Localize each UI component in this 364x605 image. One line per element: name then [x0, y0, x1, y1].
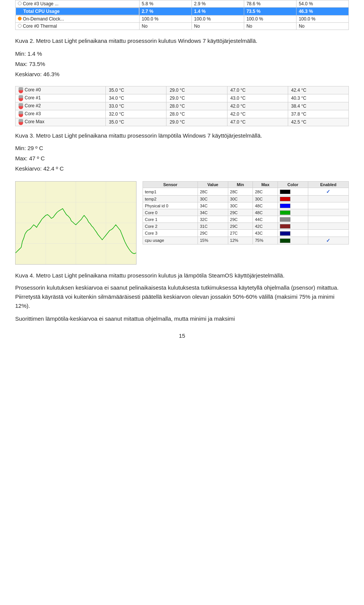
temp-table-row: Core #0 35.0 °C 29.0 °C 47.0 °C 42.4 °C	[16, 86, 349, 94]
sensor-name: Core 0	[143, 209, 198, 216]
sensor-enabled-cell	[308, 202, 348, 209]
sensor-color-cell	[278, 202, 308, 209]
sensor-color-cell	[278, 230, 308, 237]
table-row: Core #0 Thermal No No No No	[16, 23, 349, 30]
col-enabled: Enabled	[308, 182, 348, 188]
temp-v1: 33.0 °C	[106, 102, 166, 110]
cpu-chart	[15, 181, 136, 265]
sensor-table-header: Sensor Value Min Max Color Enabled	[143, 182, 349, 188]
caption-3: Kuva 3. Metro Last Light pelinaikana mit…	[15, 132, 349, 140]
sensor-value: 31C	[198, 223, 228, 230]
sensor-name: Physical id 0	[143, 202, 198, 209]
cell-v3: No	[244, 23, 296, 30]
cell-v4: 54.0 %	[296, 0, 348, 8]
color-swatch	[280, 190, 290, 194]
stat-max-3: Max: 47 º C	[15, 153, 349, 163]
temp-v3: 43.0 °C	[227, 94, 288, 102]
sensor-table-row: Core 0 34C 29C 48C	[143, 209, 349, 216]
color-swatch	[280, 231, 290, 236]
sensor-enabled-cell	[308, 223, 348, 230]
cell-v1: 2.7 %	[139, 8, 191, 16]
color-swatch	[280, 238, 290, 243]
thermometer-icon	[19, 87, 23, 93]
row-icon	[18, 2, 22, 5]
sensor-color-cell	[278, 196, 308, 202]
table-row: On-Demand Clock... 100.0 % 100.0 % 100.0…	[16, 16, 349, 23]
sensor-table: Sensor Value Min Max Color Enabled temp1…	[143, 181, 349, 245]
color-swatch	[280, 224, 290, 229]
cell-v2: 1.4 %	[191, 8, 244, 16]
temp-row-label: Core #0	[16, 86, 106, 94]
sensor-name: cpu usage	[143, 237, 198, 244]
sensor-panel: Sensor Value Min Max Color Enabled temp1…	[143, 181, 349, 245]
thermometer-icon	[19, 111, 23, 117]
temp-row-label: Core #1	[16, 94, 106, 102]
col-max: Max	[253, 182, 278, 188]
row-icon	[18, 17, 22, 20]
sensor-min: 29C	[228, 216, 253, 223]
row-label-total: Total CPU Usage	[16, 8, 139, 15]
sensor-enabled-cell	[308, 196, 348, 202]
cell-v3: 100.0 %	[244, 16, 296, 23]
cell-v2: 100.0 %	[191, 16, 244, 23]
sensor-table-row: Core 2 31C 29C 42C	[143, 223, 349, 230]
sensor-color-cell	[278, 237, 308, 244]
color-swatch	[280, 217, 290, 222]
thermometer-icon	[19, 103, 23, 109]
temp-table: Core #0 35.0 °C 29.0 °C 47.0 °C 42.4 °C …	[15, 86, 349, 126]
stat-max: Max: 73.5%	[15, 59, 349, 69]
col-sensor: Sensor	[143, 182, 198, 188]
temp-table-row: Core #3 32.0 °C 28.0 °C 42.0 °C 37.8 °C	[16, 110, 349, 118]
temp-v4: 40.3 °C	[288, 94, 348, 102]
cell-v2: 2.9 %	[191, 0, 244, 8]
page-number: 15	[15, 332, 349, 339]
sensor-value: 29C	[198, 230, 228, 237]
color-swatch	[280, 204, 290, 208]
sensor-color-cell	[278, 209, 308, 216]
body-paragraph-1: Prosessorin kulutuksen keskiarvoa ei saa…	[15, 283, 349, 310]
sensor-min: 29C	[228, 223, 253, 230]
row-label: Core #0 Thermal	[16, 23, 140, 30]
sensor-max: 48C	[253, 209, 278, 216]
temp-v2: 28.0 °C	[166, 110, 227, 118]
cell-v4: No	[296, 23, 348, 30]
sensor-color-cell	[278, 223, 308, 230]
cell-v2: No	[191, 23, 244, 30]
sensor-max: 44C	[253, 216, 278, 223]
cell-v4: 100.0 %	[296, 16, 348, 23]
sensor-enabled-cell	[308, 230, 348, 237]
sensor-table-row: temp2 30C 30C 30C	[143, 196, 349, 202]
cell-v1: 5.8 %	[139, 0, 191, 8]
chart-svg	[16, 182, 136, 264]
sensor-name: Core 2	[143, 223, 198, 230]
temp-v4: 42.5 °C	[288, 118, 348, 126]
row-icon	[18, 24, 22, 28]
cell-v4: 46.3 %	[296, 8, 348, 16]
temp-row-label: Core #2	[16, 102, 106, 110]
temp-table-row: Core #1 34.0 °C 29.0 °C 43.0 °C 40.3 °C	[16, 94, 349, 102]
top-table-section: Core #3 Usage ... 5.8 % 2.9 % 78.6 % 54.…	[15, 0, 349, 30]
sensor-enabled-cell: ✓	[308, 188, 348, 196]
temp-v2: 29.0 °C	[166, 86, 227, 94]
sensor-table-row: Core 1 32C 29C 44C	[143, 216, 349, 223]
col-value: Value	[198, 182, 228, 188]
temp-table-row: Core #2 33.0 °C 28.0 °C 42.0 °C 38.4 °C	[16, 102, 349, 110]
total-cpu-icon	[18, 9, 22, 13]
sensor-min: 12%	[228, 237, 253, 244]
col-color: Color	[278, 182, 308, 188]
stat-min: Min: 1.4 %	[15, 49, 349, 59]
cell-v1: 100.0 %	[139, 16, 191, 23]
color-swatch	[280, 210, 290, 215]
temp-v2: 28.0 °C	[166, 102, 227, 110]
stat-min-3: Min: 29 º C	[15, 143, 349, 153]
sensor-value: 32C	[198, 216, 228, 223]
thermometer-icon	[19, 95, 23, 101]
temp-v1: 35.0 °C	[106, 118, 166, 126]
sensor-value: 34C	[198, 202, 228, 209]
sensor-value: 30C	[198, 196, 228, 202]
sensor-min: 30C	[228, 202, 253, 209]
temp-v3: 42.0 °C	[227, 110, 288, 118]
color-swatch	[280, 197, 290, 201]
sensor-name: temp1	[143, 188, 198, 196]
chart-sensor-row: Sensor Value Min Max Color Enabled temp1…	[15, 181, 349, 265]
